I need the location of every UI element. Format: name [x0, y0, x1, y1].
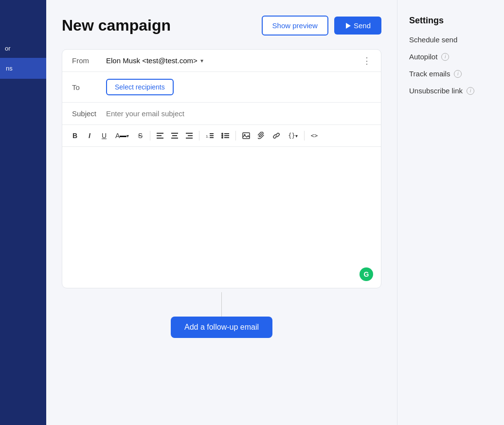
from-field: From Elon Musk <test@test.com> ▾ ⋮	[62, 50, 381, 72]
follow-up-line	[221, 292, 222, 317]
ordered-list-icon: 1.	[206, 133, 214, 139]
page-header: New campaign Show preview Send	[62, 16, 381, 35]
color-dropdown-arrow: ▾	[126, 133, 129, 139]
sidebar-active-item[interactable]: ns	[0, 58, 46, 79]
from-dropdown-arrow[interactable]: ▾	[200, 57, 203, 64]
ordered-list-button[interactable]: 1.	[202, 129, 217, 142]
autopilot-label: Autopilot	[409, 53, 437, 61]
align-left-icon	[157, 133, 163, 139]
font-color-label: A	[115, 132, 120, 140]
variable-label: {}	[288, 132, 295, 139]
select-recipients-button[interactable]: Select recipients	[106, 79, 174, 95]
settings-item-unsubscribe-link[interactable]: Unsubscribe link i	[409, 87, 492, 95]
unsubscribe-link-label: Unsubscribe link	[409, 87, 463, 95]
follow-up-section: Add a follow-up email	[62, 288, 381, 338]
svg-rect-3	[171, 133, 178, 134]
from-value[interactable]: Elon Musk <test@test.com> ▾	[106, 56, 203, 65]
svg-text:1.: 1.	[206, 134, 209, 139]
html-button[interactable]: <>	[307, 129, 321, 142]
svg-rect-4	[172, 135, 177, 136]
image-icon	[242, 132, 250, 139]
add-follow-up-button[interactable]: Add a follow-up email	[171, 317, 272, 338]
svg-point-15	[221, 137, 223, 139]
svg-rect-11	[210, 135, 214, 136]
align-center-icon	[171, 133, 178, 139]
send-icon	[346, 23, 351, 29]
svg-rect-7	[188, 135, 193, 136]
settings-item-schedule-send[interactable]: Schedule send	[409, 35, 492, 44]
sidebar-or-label: or	[0, 39, 16, 58]
editor-body[interactable]: G	[62, 147, 381, 288]
subject-label: Subject	[72, 109, 106, 118]
html-label: <>	[311, 132, 318, 139]
strikethrough-button[interactable]: S	[133, 129, 147, 142]
svg-rect-12	[210, 137, 214, 138]
editor-toolbar: B I U A ▾ S	[62, 125, 381, 147]
header-actions: Show preview Send	[262, 16, 381, 35]
image-button[interactable]	[239, 129, 253, 142]
toolbar-separator-4	[304, 131, 305, 141]
main-content: New campaign Show preview Send From Elon…	[46, 0, 397, 425]
show-preview-button[interactable]: Show preview	[262, 16, 328, 35]
color-indicator	[120, 136, 126, 137]
italic-button[interactable]: I	[83, 129, 96, 142]
unordered-list-button[interactable]	[218, 129, 233, 142]
sidebar: or ns	[0, 0, 46, 425]
more-options-button[interactable]: ⋮	[362, 55, 372, 66]
toolbar-separator-2	[199, 131, 199, 141]
svg-point-14	[221, 135, 223, 137]
variable-dropdown-arrow: ▾	[295, 133, 298, 139]
link-button[interactable]	[269, 129, 284, 142]
variable-button[interactable]: {} ▾	[285, 129, 301, 142]
schedule-send-label: Schedule send	[409, 35, 457, 44]
svg-rect-10	[210, 133, 214, 134]
unordered-list-icon	[221, 133, 229, 139]
send-button[interactable]: Send	[334, 17, 381, 35]
attachment-icon	[258, 132, 265, 140]
send-label: Send	[354, 21, 371, 30]
underline-button[interactable]: U	[97, 129, 111, 142]
from-email: Elon Musk <test@test.com>	[106, 56, 198, 65]
svg-rect-18	[224, 137, 229, 138]
subject-input[interactable]	[106, 109, 371, 118]
svg-point-13	[221, 133, 223, 135]
svg-rect-1	[157, 135, 162, 136]
svg-rect-2	[157, 138, 163, 139]
settings-panel: Settings Schedule send Autopilot i Track…	[397, 0, 504, 425]
settings-title: Settings	[409, 16, 492, 26]
unsubscribe-info-icon[interactable]: i	[467, 87, 474, 95]
svg-rect-16	[224, 133, 229, 134]
to-field: To Select recipients	[62, 72, 381, 103]
track-emails-label: Track emails	[409, 70, 450, 78]
align-right-button[interactable]	[182, 129, 196, 142]
align-center-button[interactable]	[168, 129, 181, 142]
grammarly-badge: G	[360, 267, 373, 281]
svg-rect-5	[171, 138, 178, 139]
link-icon	[272, 132, 280, 140]
svg-rect-17	[224, 135, 229, 136]
autopilot-info-icon[interactable]: i	[441, 53, 449, 61]
email-composer: From Elon Musk <test@test.com> ▾ ⋮ To Se…	[62, 49, 381, 288]
align-left-button[interactable]	[153, 129, 167, 142]
page-title: New campaign	[62, 17, 171, 35]
toolbar-separator-3	[235, 131, 236, 141]
track-emails-info-icon[interactable]: i	[454, 70, 462, 78]
toolbar-separator-1	[150, 131, 150, 141]
settings-item-track-emails[interactable]: Track emails i	[409, 70, 492, 78]
to-label: To	[72, 83, 106, 91]
align-right-icon	[186, 133, 193, 139]
from-label: From	[72, 56, 106, 65]
svg-rect-8	[186, 138, 193, 139]
settings-item-autopilot[interactable]: Autopilot i	[409, 53, 492, 61]
svg-rect-6	[186, 133, 193, 134]
svg-rect-0	[157, 133, 163, 134]
bold-button[interactable]: B	[68, 129, 82, 142]
attachment-button[interactable]	[254, 129, 268, 142]
subject-field: Subject	[62, 103, 381, 125]
font-color-button[interactable]: A ▾	[112, 129, 132, 142]
